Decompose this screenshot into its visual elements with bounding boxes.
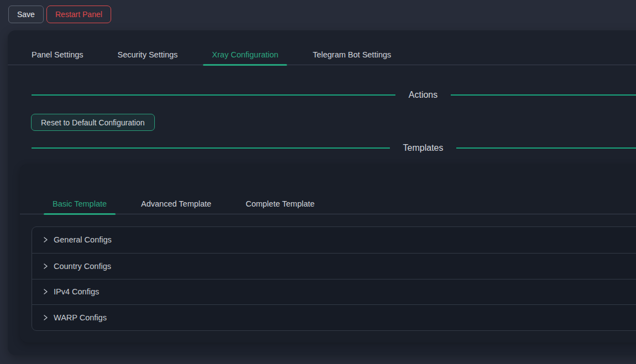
tab-telegram-bot-settings[interactable]: Telegram Bot Settings — [304, 44, 400, 65]
settings-tab-bar: Panel Settings Security Settings Xray Co… — [8, 44, 636, 65]
chevron-right-icon — [42, 236, 49, 243]
tab-basic-template[interactable]: Basic Template — [44, 193, 116, 214]
actions-section-divider: Actions — [32, 87, 636, 103]
tab-label: Telegram Bot Settings — [312, 50, 391, 59]
template-tab-bar: Basic Template Advanced Template Complet… — [20, 193, 636, 214]
top-toolbar: Save Restart Panel — [0, 0, 636, 30]
collapse-header-ipv4-configs[interactable]: IPv4 Configs — [32, 279, 636, 305]
templates-section-title: Templates — [390, 143, 457, 153]
tab-advanced-template[interactable]: Advanced Template — [132, 193, 220, 214]
actions-section-title: Actions — [395, 90, 451, 100]
settings-card: Panel Settings Security Settings Xray Co… — [8, 30, 636, 355]
collapse-header-warp-configs[interactable]: WARP Configs — [32, 304, 636, 330]
tab-label: Complete Template — [246, 199, 315, 208]
restart-panel-button[interactable]: Restart Panel — [46, 6, 111, 23]
collapse-header-general-configs[interactable]: General Configs — [32, 227, 636, 253]
collapse-header-country-configs[interactable]: Country Configs — [32, 253, 636, 279]
template-config-collapse-list: General Configs Country Configs IPv4 Con… — [32, 226, 636, 331]
tab-complete-template[interactable]: Complete Template — [237, 193, 324, 214]
tab-xray-configuration[interactable]: Xray Configuration — [203, 44, 287, 65]
templates-card: Basic Template Advanced Template Complet… — [20, 164, 636, 342]
tab-panel-settings[interactable]: Panel Settings — [23, 44, 92, 65]
tab-label: Advanced Template — [141, 199, 211, 208]
chevron-right-icon — [42, 288, 49, 295]
reset-default-configuration-button[interactable]: Reset to Default Configuration — [31, 114, 155, 131]
collapse-label: WARP Configs — [54, 313, 107, 322]
tab-security-settings[interactable]: Security Settings — [109, 44, 187, 65]
templates-section-divider: Templates — [32, 140, 636, 156]
tab-label: Security Settings — [118, 50, 178, 59]
collapse-label: Country Configs — [54, 262, 111, 271]
tab-label: Panel Settings — [32, 50, 84, 59]
collapse-label: General Configs — [54, 235, 112, 244]
save-button[interactable]: Save — [8, 6, 44, 23]
tab-label: Basic Template — [53, 199, 107, 208]
tab-label: Xray Configuration — [212, 50, 278, 59]
chevron-right-icon — [42, 314, 49, 321]
chevron-right-icon — [42, 263, 49, 270]
collapse-label: IPv4 Configs — [54, 287, 99, 296]
